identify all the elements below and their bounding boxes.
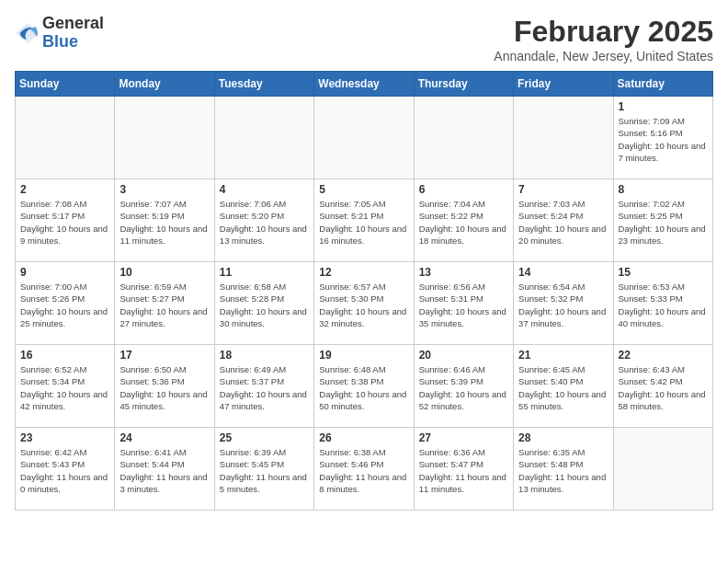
logo: General Blue — [15, 15, 104, 52]
calendar-day-cell: 14Sunrise: 6:54 AM Sunset: 5:32 PM Dayli… — [514, 262, 613, 345]
day-number: 26 — [319, 431, 408, 444]
day-number: 14 — [518, 266, 608, 279]
calendar-table: SundayMondayTuesdayWednesdayThursdayFrid… — [15, 71, 713, 511]
day-info: Sunrise: 7:04 AM Sunset: 5:22 PM Dayligh… — [419, 198, 508, 247]
day-number: 22 — [619, 349, 708, 362]
day-number: 2 — [20, 183, 109, 196]
calendar-day-cell: 9Sunrise: 7:00 AM Sunset: 5:26 PM Daylig… — [16, 262, 115, 345]
calendar-day-cell: 24Sunrise: 6:41 AM Sunset: 5:44 PM Dayli… — [115, 428, 214, 511]
day-number: 8 — [619, 183, 708, 196]
calendar-day-cell: 12Sunrise: 6:57 AM Sunset: 5:30 PM Dayli… — [314, 262, 414, 345]
weekday-row: SundayMondayTuesdayWednesdayThursdayFrid… — [16, 72, 713, 97]
day-number: 13 — [419, 266, 508, 279]
calendar-week-row: 9Sunrise: 7:00 AM Sunset: 5:26 PM Daylig… — [16, 262, 713, 345]
calendar-day-cell: 13Sunrise: 6:56 AM Sunset: 5:31 PM Dayli… — [414, 262, 513, 345]
weekday-header: Thursday — [414, 72, 513, 97]
day-number: 18 — [220, 349, 309, 362]
calendar-day-cell: 21Sunrise: 6:45 AM Sunset: 5:40 PM Dayli… — [514, 345, 613, 428]
weekday-header: Friday — [514, 72, 613, 97]
day-number: 28 — [518, 431, 608, 444]
calendar-day-cell: 18Sunrise: 6:49 AM Sunset: 5:37 PM Dayli… — [214, 345, 313, 428]
calendar-day-cell: 1Sunrise: 7:09 AM Sunset: 5:16 PM Daylig… — [613, 97, 712, 179]
calendar-day-cell — [115, 97, 214, 179]
day-info: Sunrise: 7:02 AM Sunset: 5:25 PM Dayligh… — [619, 198, 708, 247]
day-number: 9 — [20, 266, 109, 279]
calendar-day-cell: 23Sunrise: 6:42 AM Sunset: 5:43 PM Dayli… — [16, 428, 115, 511]
calendar-day-cell: 4Sunrise: 7:06 AM Sunset: 5:20 PM Daylig… — [214, 179, 313, 262]
calendar-day-cell: 28Sunrise: 6:35 AM Sunset: 5:48 PM Dayli… — [514, 428, 613, 511]
day-number: 11 — [220, 266, 309, 279]
title-block: February 2025 Annandale, New Jersey, Uni… — [494, 15, 713, 63]
calendar-day-cell: 3Sunrise: 7:07 AM Sunset: 5:19 PM Daylig… — [115, 179, 214, 262]
day-info: Sunrise: 6:43 AM Sunset: 5:42 PM Dayligh… — [619, 363, 708, 412]
month-title: February 2025 — [494, 15, 713, 49]
day-info: Sunrise: 6:57 AM Sunset: 5:30 PM Dayligh… — [319, 281, 408, 329]
day-number: 20 — [419, 349, 508, 362]
weekday-header: Wednesday — [314, 72, 414, 97]
day-info: Sunrise: 6:45 AM Sunset: 5:40 PM Dayligh… — [518, 363, 608, 412]
day-number: 4 — [220, 183, 309, 196]
calendar-day-cell: 7Sunrise: 7:03 AM Sunset: 5:24 PM Daylig… — [514, 179, 613, 262]
calendar-day-cell — [16, 97, 115, 179]
day-info: Sunrise: 6:49 AM Sunset: 5:37 PM Dayligh… — [220, 363, 309, 412]
page-header: General Blue February 2025 Annandale, Ne… — [15, 15, 713, 63]
calendar-day-cell: 15Sunrise: 6:53 AM Sunset: 5:33 PM Dayli… — [613, 262, 712, 345]
day-number: 24 — [119, 431, 209, 444]
weekday-header: Saturday — [613, 72, 712, 97]
logo-general: General — [42, 14, 104, 32]
day-info: Sunrise: 7:06 AM Sunset: 5:20 PM Dayligh… — [220, 198, 309, 247]
day-number: 25 — [220, 431, 309, 444]
day-number: 19 — [319, 349, 408, 362]
day-info: Sunrise: 6:56 AM Sunset: 5:31 PM Dayligh… — [419, 281, 508, 329]
day-number: 21 — [518, 349, 608, 362]
day-number: 10 — [119, 266, 209, 279]
calendar-header: SundayMondayTuesdayWednesdayThursdayFrid… — [16, 72, 713, 97]
weekday-header: Monday — [115, 72, 214, 97]
day-number: 16 — [20, 349, 109, 362]
weekday-header: Sunday — [16, 72, 115, 97]
calendar-day-cell: 27Sunrise: 6:36 AM Sunset: 5:47 PM Dayli… — [414, 428, 513, 511]
calendar-week-row: 23Sunrise: 6:42 AM Sunset: 5:43 PM Dayli… — [16, 428, 713, 511]
calendar-day-cell: 25Sunrise: 6:39 AM Sunset: 5:45 PM Dayli… — [214, 428, 313, 511]
day-info: Sunrise: 6:39 AM Sunset: 5:45 PM Dayligh… — [220, 446, 309, 495]
day-info: Sunrise: 7:07 AM Sunset: 5:19 PM Dayligh… — [119, 198, 209, 247]
location: Annandale, New Jersey, United States — [494, 49, 713, 63]
weekday-header: Tuesday — [214, 72, 313, 97]
day-info: Sunrise: 6:35 AM Sunset: 5:48 PM Dayligh… — [518, 446, 608, 495]
day-number: 6 — [419, 183, 508, 196]
day-info: Sunrise: 7:03 AM Sunset: 5:24 PM Dayligh… — [518, 198, 608, 247]
day-info: Sunrise: 6:48 AM Sunset: 5:38 PM Dayligh… — [319, 363, 408, 412]
calendar-day-cell: 6Sunrise: 7:04 AM Sunset: 5:22 PM Daylig… — [414, 179, 513, 262]
day-info: Sunrise: 6:42 AM Sunset: 5:43 PM Dayligh… — [20, 446, 109, 495]
calendar-day-cell: 17Sunrise: 6:50 AM Sunset: 5:36 PM Dayli… — [115, 345, 214, 428]
day-info: Sunrise: 7:05 AM Sunset: 5:21 PM Dayligh… — [319, 198, 408, 247]
calendar-day-cell: 20Sunrise: 6:46 AM Sunset: 5:39 PM Dayli… — [414, 345, 513, 428]
day-number: 17 — [119, 349, 209, 362]
calendar-day-cell: 19Sunrise: 6:48 AM Sunset: 5:38 PM Dayli… — [314, 345, 414, 428]
day-info: Sunrise: 6:59 AM Sunset: 5:27 PM Dayligh… — [119, 281, 209, 329]
day-info: Sunrise: 6:36 AM Sunset: 5:47 PM Dayligh… — [419, 446, 508, 495]
calendar-day-cell — [613, 428, 712, 511]
day-number: 5 — [319, 183, 408, 196]
calendar-day-cell: 11Sunrise: 6:58 AM Sunset: 5:28 PM Dayli… — [214, 262, 313, 345]
calendar-day-cell: 26Sunrise: 6:38 AM Sunset: 5:46 PM Dayli… — [314, 428, 414, 511]
logo-text: General Blue — [42, 15, 104, 52]
calendar-day-cell: 22Sunrise: 6:43 AM Sunset: 5:42 PM Dayli… — [613, 345, 712, 428]
day-info: Sunrise: 6:46 AM Sunset: 5:39 PM Dayligh… — [419, 363, 508, 412]
calendar-body: 1Sunrise: 7:09 AM Sunset: 5:16 PM Daylig… — [16, 97, 713, 511]
day-info: Sunrise: 6:53 AM Sunset: 5:33 PM Dayligh… — [619, 281, 708, 329]
day-info: Sunrise: 6:54 AM Sunset: 5:32 PM Dayligh… — [518, 281, 608, 329]
day-info: Sunrise: 7:00 AM Sunset: 5:26 PM Dayligh… — [20, 281, 109, 329]
day-info: Sunrise: 6:50 AM Sunset: 5:36 PM Dayligh… — [119, 363, 209, 412]
calendar-day-cell — [414, 97, 513, 179]
calendar-week-row: 2Sunrise: 7:08 AM Sunset: 5:17 PM Daylig… — [16, 179, 713, 262]
calendar-day-cell — [314, 97, 414, 179]
day-info: Sunrise: 6:41 AM Sunset: 5:44 PM Dayligh… — [119, 446, 209, 495]
calendar-day-cell — [214, 97, 313, 179]
day-info: Sunrise: 6:58 AM Sunset: 5:28 PM Dayligh… — [220, 281, 309, 329]
day-number: 3 — [119, 183, 209, 196]
logo-icon — [15, 20, 40, 46]
day-info: Sunrise: 7:09 AM Sunset: 5:16 PM Dayligh… — [619, 115, 708, 164]
day-number: 15 — [619, 266, 708, 279]
calendar-day-cell: 10Sunrise: 6:59 AM Sunset: 5:27 PM Dayli… — [115, 262, 214, 345]
